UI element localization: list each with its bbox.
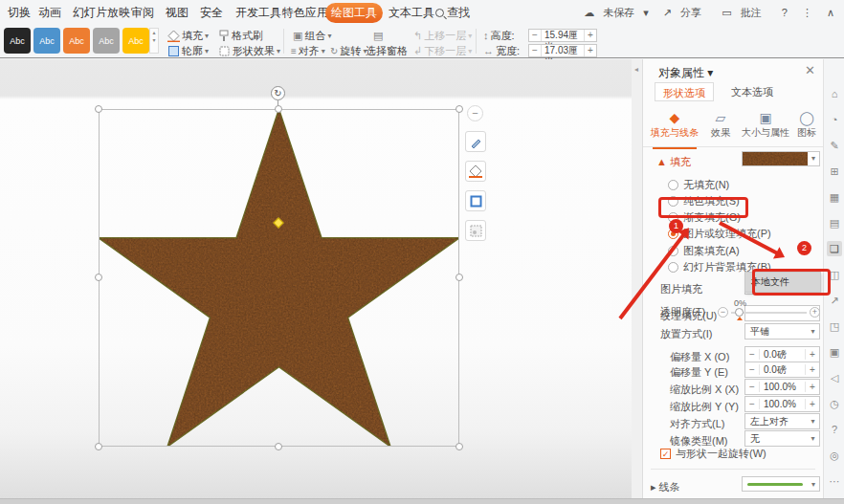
fill-option-none[interactable]: 无填充(N) [668,178,729,191]
shape-style-preset-gray[interactable]: Abc [93,28,120,54]
subtab-size-properties[interactable]: ▣ 大小与属性 [739,109,792,140]
width-increase-button[interactable]: + [584,45,596,56]
resize-handle-se[interactable] [455,443,463,450]
rotate-button[interactable]: ↻ 旋转▾ [330,43,366,58]
quick-style-button[interactable] [465,220,486,241]
width-value[interactable]: 17.03厘米 [542,45,584,56]
height-decrease-button[interactable]: − [529,30,542,41]
help-button[interactable]: ? [782,7,788,18]
menu-text-tools[interactable]: 文本工具 [383,0,440,26]
find-button[interactable]: 查找 [435,0,470,26]
slider-thumb[interactable] [735,308,744,317]
brush-icon[interactable]: ✎ [827,138,842,153]
save-status-button[interactable]: ☁ 未保存 ▾ [584,7,649,18]
shape-style-preset-orange[interactable]: Abc [63,28,90,54]
outline-button[interactable]: 轮廓▾ [167,43,209,58]
menu-animation[interactable]: 动画 [33,0,67,26]
format-painter-button[interactable]: 格式刷 [218,28,263,43]
resize-handle-s[interactable] [275,443,282,450]
tab-text-options[interactable]: 文本选项 [723,82,781,101]
quick-fill-button[interactable] [465,161,486,182]
menu-drawing-tools[interactable]: 绘图工具 [325,3,383,23]
resize-handle-w[interactable] [95,274,102,281]
history-icon[interactable]: ◔ [827,112,842,127]
transparency-decrease-button[interactable]: − [718,307,728,318]
bring-forward-button[interactable]: ↰ 上移一层▾ [413,28,472,43]
fill-button[interactable]: 填充▾ [167,28,209,43]
shape-style-preset-black[interactable]: Abc [4,28,31,54]
resize-handle-ne[interactable] [455,105,463,113]
chart-icon[interactable]: ▤ [827,215,842,230]
menu-switch[interactable]: 切换 [2,0,36,26]
shape-style-preset-yellow[interactable]: Abc [122,28,149,54]
style-gallery-more-button[interactable]: ▴▾ [149,28,159,54]
line-section-header[interactable]: ▸ 线条 [651,480,680,494]
home-icon[interactable]: ⌂ [827,86,842,101]
table-icon[interactable]: ⊞ [827,164,842,179]
edit-points-button[interactable] [465,131,486,152]
frame-icon[interactable]: ◳ [827,318,842,334]
apps-icon[interactable]: ▦ [827,189,842,205]
resize-handle-n[interactable] [275,105,282,113]
menu-security[interactable]: 安全 [194,0,229,26]
increase-button[interactable]: + [805,382,819,392]
share-button[interactable]: ↗ 分享 [663,7,707,18]
increase-button[interactable]: + [805,399,819,409]
panel-divider[interactable] [632,59,643,498]
share-icon[interactable]: ↗ [827,293,842,308]
more-icon[interactable]: ⋯ [827,473,842,489]
collapse-ribbon-button[interactable]: ∧ [827,7,834,18]
scale-x-stepper[interactable]: − 100.0% + [744,379,820,395]
transparency-increase-button[interactable]: + [810,307,820,318]
transparency-slider[interactable]: − 0% + [718,305,820,320]
menu-view[interactable]: 视图 [160,0,194,26]
image-icon[interactable]: ▣ [827,344,842,360]
increase-button[interactable]: + [805,364,819,375]
offset-x-stepper[interactable]: − 0.0磅 + [744,346,820,362]
resize-handle-sw[interactable] [95,443,102,450]
selection-pane-button[interactable]: 选择窗格 [366,43,408,58]
subtab-fill-and-line[interactable]: ◆ 填充与线条 [647,109,702,140]
width-decrease-button[interactable]: − [529,45,542,56]
selection-pane-icon-button[interactable]: ▤ [373,28,383,43]
menu-review[interactable]: 审阅 [125,0,160,26]
height-stepper[interactable]: − 15.94厘米 + [528,29,597,42]
send-backward-button[interactable]: ↲ 下移一层▾ [413,43,472,58]
collapse-toolbar-button[interactable]: − [467,105,483,121]
increase-button[interactable]: + [805,349,819,360]
subtab-icon[interactable]: ◯ 图标 [792,109,821,140]
rotate-with-shape-checkbox[interactable]: ✓ 与形状一起旋转(W) [660,447,766,461]
subtab-effects[interactable]: ▱ 效果 [704,109,737,140]
offset-y-stepper[interactable]: − 0.0磅 + [744,362,820,378]
time-icon[interactable]: ◷ [827,396,842,411]
resize-handle-e[interactable] [455,274,463,281]
tab-shape-options[interactable]: 形状选项 [655,82,714,101]
decrease-button[interactable]: − [745,382,760,392]
clip-icon[interactable]: ❏ [827,241,842,256]
decrease-button[interactable]: − [745,399,760,409]
height-increase-button[interactable]: + [584,30,596,41]
panel-collapse-arrow[interactable]: ◂ [634,65,638,74]
align-button[interactable]: ≡ 对齐▾ [291,43,325,58]
shape-style-preset-blue[interactable]: Abc [33,28,60,54]
height-value[interactable]: 15.94厘米 [542,30,584,41]
fill-option-pattern[interactable]: 图案填充(A) [668,244,740,257]
decrease-button[interactable]: − [745,349,760,360]
fill-texture-swatch-dropdown[interactable]: ▾ [742,151,820,166]
help-icon[interactable]: ? [827,422,842,437]
width-stepper[interactable]: − 17.03厘米 + [528,44,597,57]
fill-section-header[interactable]: ▲ 填充 [656,155,691,169]
decrease-button[interactable]: − [745,364,760,375]
scale-y-stepper[interactable]: − 100.0% + [744,396,820,412]
shape-effects-button[interactable]: 形状效果▾ [218,43,280,58]
placement-dropdown[interactable]: 平铺▾ [744,323,820,340]
comment-button[interactable]: ▭ 批注 [722,7,766,18]
align-mode-dropdown[interactable]: 左上对齐▾ [744,413,820,429]
resize-handle-nw[interactable] [95,105,102,113]
rotation-handle[interactable]: ↻ [271,86,285,100]
close-icon[interactable]: ✕ [805,63,815,77]
mirror-type-dropdown[interactable]: 无▾ [744,430,820,447]
sound-icon[interactable]: ◁ [827,370,842,385]
line-color-dropdown[interactable]: ▾ [742,476,820,492]
group-button[interactable]: ▣ 组合▾ [293,28,331,43]
